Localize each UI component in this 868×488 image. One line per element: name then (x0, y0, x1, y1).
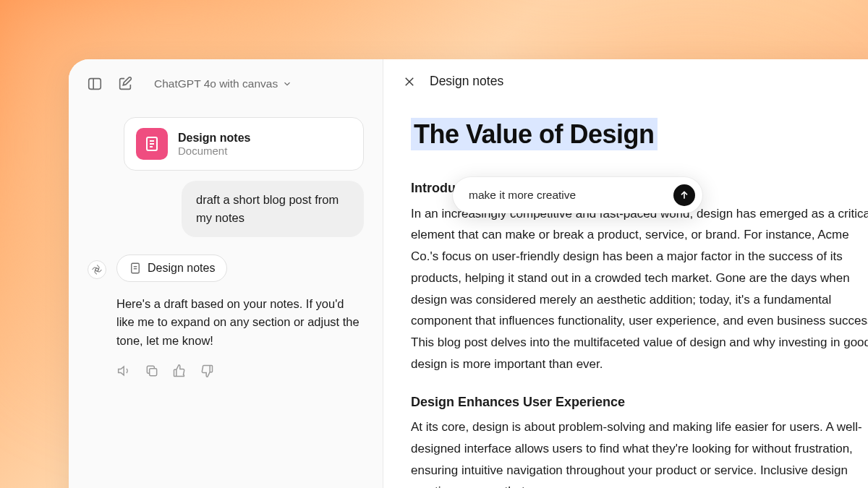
top-bar: ChatGPT 4o with canvas (69, 59, 383, 108)
svg-rect-10 (150, 369, 157, 376)
model-selector[interactable]: ChatGPT 4o with canvas (148, 74, 298, 93)
chevron-down-icon (282, 79, 292, 89)
close-icon[interactable] (402, 74, 417, 89)
user-message: draft a short blog post from my notes (182, 181, 364, 237)
chat-area: Design notes Document draft a short blog… (69, 108, 383, 488)
canvas-document[interactable]: The Value of Design Introduction In an i… (383, 103, 868, 488)
canvas-header: Design notes (383, 59, 868, 103)
attachment-type: Document (178, 145, 250, 157)
chat-panel: ChatGPT 4o with canvas Design notes Docu… (69, 59, 383, 488)
inline-edit-input[interactable] (469, 189, 662, 202)
sidebar-toggle-icon[interactable] (85, 74, 105, 94)
canvas-document-chip[interactable]: Design notes (116, 254, 227, 282)
model-label: ChatGPT 4o with canvas (154, 77, 278, 90)
new-chat-icon[interactable] (115, 74, 135, 94)
canvas-panel: Design notes The Value of Design Introdu… (383, 59, 868, 488)
canvas-title: Design notes (430, 74, 503, 89)
message-actions (116, 363, 364, 379)
chip-label: Design notes (148, 262, 215, 275)
thumbs-down-icon[interactable] (199, 363, 215, 379)
read-aloud-icon[interactable] (116, 363, 132, 379)
app-window: ChatGPT 4o with canvas Design notes Docu… (69, 59, 868, 488)
svg-rect-7 (132, 263, 140, 273)
assistant-avatar-icon (88, 260, 106, 279)
document-heading[interactable]: The Value of Design (411, 118, 658, 150)
attachment-card[interactable]: Design notes Document (124, 117, 364, 171)
assistant-message: Design notes Here's a draft based on you… (88, 254, 364, 380)
send-button[interactable] (673, 184, 695, 206)
section-heading[interactable]: Design Enhances User Experience (411, 391, 868, 414)
copy-icon[interactable] (144, 363, 160, 379)
arrow-up-icon (678, 189, 690, 201)
section-body[interactable]: At its core, design is about problem-sol… (411, 416, 868, 488)
assistant-text: Here's a draft based on your notes. If y… (116, 295, 364, 351)
document-icon (129, 262, 142, 275)
attachment-title: Design notes (178, 132, 250, 145)
thumbs-up-icon[interactable] (171, 363, 187, 379)
section-body[interactable]: In an increasingly competitive and fast-… (411, 203, 868, 375)
svg-rect-0 (89, 79, 101, 90)
inline-edit-popover (453, 177, 702, 213)
document-icon (136, 128, 168, 160)
